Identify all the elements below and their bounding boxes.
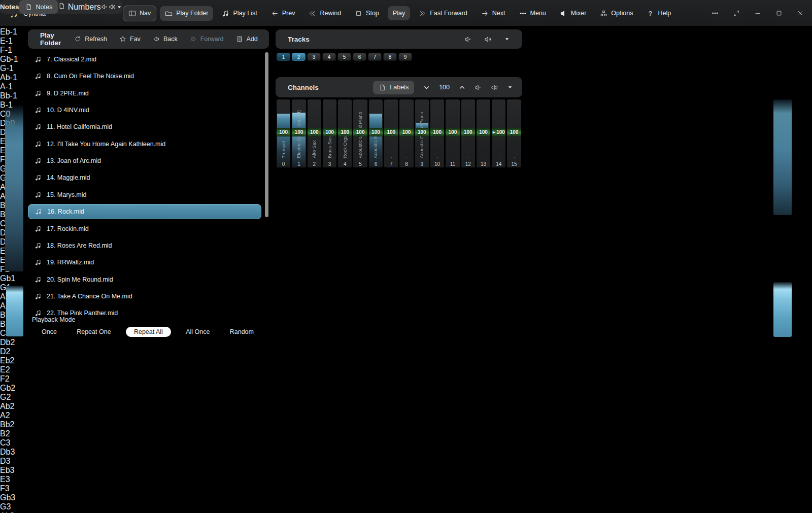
- list-item[interactable]: 18. Roses Are Red.mid: [28, 238, 261, 253]
- note-cell-g3[interactable]: G3: [0, 502, 812, 511]
- list-item[interactable]: 21. Take A Chance On Me.mid: [28, 289, 261, 304]
- close-icon[interactable]: [797, 10, 804, 17]
- note-cell-eb2[interactable]: Eb2: [0, 356, 812, 365]
- labels-button[interactable]: Labels: [373, 81, 414, 94]
- toolbar-button-stop[interactable]: Stop: [350, 6, 384, 21]
- track-button-3[interactable]: 3: [307, 53, 321, 61]
- track-button-5[interactable]: 5: [337, 53, 351, 61]
- track-button-1[interactable]: 1: [277, 53, 290, 61]
- toolbar-button-rewind[interactable]: Rewind: [303, 6, 346, 21]
- refresh-button[interactable]: Refresh: [74, 36, 107, 43]
- add-button[interactable]: Add: [236, 36, 258, 43]
- list-item[interactable]: 20. Spin Me Round.mid: [28, 272, 261, 287]
- list-item[interactable]: 19. RRWaltz.mid: [28, 255, 261, 270]
- note-cell-db2[interactable]: Db2: [0, 338, 812, 347]
- channels-volume-up-icon[interactable]: [458, 84, 466, 91]
- toolbar-button-next[interactable]: Next: [476, 6, 511, 21]
- channels-volume-down-icon[interactable]: [423, 84, 430, 91]
- note-cell-eb3[interactable]: Eb3: [0, 466, 812, 475]
- channel-strip-2[interactable]: Alto Sax1002: [308, 99, 321, 167]
- toolbar-button-fast-forward[interactable]: Fast Forward: [414, 6, 472, 21]
- toolbar-button-prev[interactable]: Prev: [266, 6, 300, 21]
- channel-strip-3[interactable]: Brass Section1003: [323, 99, 336, 167]
- list-item[interactable]: 14. Maggie.mid: [28, 170, 261, 185]
- toolbar-button-options[interactable]: Options: [595, 6, 638, 21]
- fav-button[interactable]: Fav: [119, 36, 141, 43]
- toolbar-button-play-list[interactable]: Play List: [217, 6, 262, 21]
- channel-strip-8[interactable]: -1008: [399, 99, 413, 167]
- minimize-icon[interactable]: [754, 10, 761, 17]
- list-item[interactable]: 7. Classical 2.mid: [28, 52, 261, 67]
- numbers-view-button[interactable]: Numbers: [58, 2, 100, 12]
- channels-speaker-icon[interactable]: [491, 84, 498, 91]
- channel-strip-6[interactable]: Acoustic Bass1006: [369, 99, 383, 167]
- list-item[interactable]: 11. Hotel California.mid: [28, 119, 261, 134]
- list-item[interactable]: 10. D 4INV.mid: [28, 102, 261, 118]
- channel-strip-14[interactable]: -▶10014: [492, 99, 505, 167]
- note-cell-gb3[interactable]: Gb3: [0, 493, 812, 502]
- notes-speaker-icon[interactable]: [109, 3, 116, 11]
- toolbar-button-mixer[interactable]: Mixer: [555, 6, 592, 21]
- note-cell-d2[interactable]: D2: [0, 347, 812, 356]
- channel-strip-9[interactable]: Acoustic Grand Piano1009: [415, 99, 429, 167]
- mode-option-all-once[interactable]: All Once: [181, 327, 215, 337]
- tracks-mute-icon[interactable]: [464, 36, 472, 43]
- note-cell-gb2[interactable]: Gb2: [0, 384, 812, 393]
- channel-strip-11[interactable]: -10011: [446, 99, 459, 167]
- note-cell-g2[interactable]: G2: [0, 393, 812, 402]
- list-item[interactable]: 13. Joan of Arc.mid: [28, 153, 261, 168]
- track-button-9[interactable]: 9: [398, 53, 412, 61]
- track-button-4[interactable]: 4: [322, 53, 336, 61]
- list-item[interactable]: 8. Cum On Feel The Noise.mid: [28, 69, 261, 84]
- mode-option-random[interactable]: Random: [225, 327, 259, 337]
- file-list-scrollbar[interactable]: [265, 52, 268, 217]
- track-button-7[interactable]: 7: [368, 53, 382, 61]
- mode-option-repeat-all[interactable]: Repeat All: [126, 327, 171, 337]
- maximize-icon[interactable]: [775, 10, 783, 17]
- channel-strip-12[interactable]: -10012: [461, 99, 475, 167]
- note-cell-f2[interactable]: F2: [0, 374, 812, 384]
- track-button-2[interactable]: 2: [292, 53, 306, 61]
- back-button[interactable]: Back: [153, 36, 178, 43]
- note-cell-bb2[interactable]: Bb2: [0, 420, 812, 429]
- list-item[interactable]: 15. Marys.mid: [28, 187, 261, 202]
- note-cell-e2[interactable]: E2: [0, 365, 812, 374]
- toolbar-button-nav[interactable]: Nav: [123, 6, 156, 21]
- note-cell-db3[interactable]: Db3: [0, 448, 812, 457]
- track-button-8[interactable]: 8: [383, 53, 397, 61]
- track-button-6[interactable]: 6: [353, 53, 366, 61]
- note-cell-e3[interactable]: E3: [0, 475, 812, 484]
- channels-dropdown-icon[interactable]: [507, 84, 513, 90]
- channel-strip-0[interactable]: Trumpet1000: [277, 99, 290, 167]
- channel-strip-15[interactable]: -10015: [507, 99, 521, 167]
- tracks-volume-icon[interactable]: [484, 36, 492, 43]
- channels-mute-icon[interactable]: [475, 84, 482, 91]
- toolbar-button-play-folder[interactable]: Play Folder: [160, 6, 213, 21]
- note-cell-f3[interactable]: F3: [0, 484, 812, 493]
- mode-option-once[interactable]: Once: [37, 327, 62, 337]
- notes-mute-icon[interactable]: [101, 3, 109, 11]
- channel-strip-7[interactable]: -1007: [384, 99, 398, 167]
- list-item[interactable]: 9. D 2PRE.mid: [28, 86, 261, 101]
- note-cell-b2[interactable]: B2: [0, 429, 812, 438]
- mode-option-repeat-one[interactable]: Repeat One: [72, 327, 116, 337]
- channel-strip-10[interactable]: -10010: [430, 99, 444, 167]
- note-cell-d3[interactable]: D3: [0, 457, 812, 466]
- list-item[interactable]: 12. I'll Take You Home Again Kathleen.mi…: [28, 136, 261, 152]
- note-cell-a2[interactable]: A2: [0, 411, 812, 420]
- more-icon[interactable]: [712, 10, 719, 17]
- note-cell-c3[interactable]: C3: [0, 438, 812, 448]
- list-item[interactable]: 16. Rock.mid: [28, 204, 261, 219]
- list-item[interactable]: 17. Rockin.mid: [28, 221, 261, 236]
- toolbar-button-play[interactable]: Play: [388, 6, 410, 20]
- channel-strip-13[interactable]: -10013: [477, 99, 490, 167]
- tracks-dropdown-icon[interactable]: [504, 36, 510, 42]
- forward-button[interactable]: Forward: [190, 36, 224, 43]
- toolbar-button-menu[interactable]: Menu: [514, 6, 551, 21]
- channel-strip-4[interactable]: Rock Organ1004: [338, 99, 352, 167]
- note-cell-ab2[interactable]: Ab2: [0, 402, 812, 411]
- channel-strip-1[interactable]: Electric Guitar (muted)1001: [292, 99, 306, 167]
- notes-view-button[interactable]: Notes: [19, 0, 58, 14]
- notes-dropdown-icon[interactable]: [116, 4, 122, 10]
- toolbar-button-help[interactable]: ?Help: [641, 6, 676, 21]
